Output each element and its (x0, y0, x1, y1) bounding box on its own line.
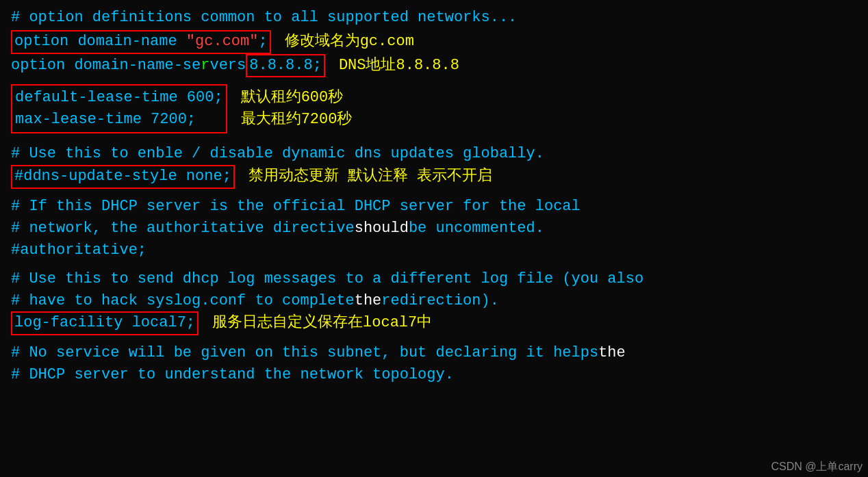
code-authoritative: #authoritative; (11, 240, 146, 261)
code-if-line2: # network, the authoritative directive (11, 218, 355, 240)
code-log-comment2: # have to hack syslog.conf to complete (11, 290, 355, 312)
code-should: should (355, 218, 409, 240)
line-ddns-style: #ddns-update-style none; 禁用动态更新 默认注释 表示不… (11, 165, 857, 189)
annotation-ddns: 禁用动态更新 默认注释 表示不开启 (248, 166, 492, 188)
code-ddns-style: #ddns-update-style none; (14, 168, 231, 185)
line-comment-if1: # If this DHCP server is the official DH… (11, 196, 857, 218)
code-default-lease: default-lease-time 600; (15, 89, 223, 106)
line-domain-name: option domain-name "gc.com"; 修改域名为gc.com (11, 30, 857, 54)
line-log-facility: log-facility local7; 服务日志自定义保存在local7中 (11, 311, 857, 335)
code-ddns-comment: # Use this to enble / disable dynamic dn… (11, 143, 544, 165)
code-log-comment2b: redirection). (381, 290, 499, 312)
line-empty-5 (11, 335, 857, 342)
code-if-line2b: be uncommented. (409, 218, 544, 240)
line-empty-3 (11, 189, 857, 196)
line-comment-subnet2: # DHCP server to understand the network … (11, 364, 857, 386)
keyword-option: option domain-name (14, 33, 186, 50)
semicolon: ; (258, 33, 267, 50)
lease-block: default-lease-time 600; max-lease-time 7… (11, 84, 352, 133)
line-dns-servers: option domain-name-servers 8.8.8.8; DNS地… (11, 54, 857, 78)
code-text: option domain-name "gc.com"; (11, 30, 271, 54)
code-subnet-comment2: # DHCP server to understand the network … (11, 364, 454, 386)
line-empty-1 (11, 77, 857, 84)
code-log-facility: log-facility local7; (14, 314, 195, 331)
code-dns-suffix: vers (209, 55, 246, 77)
code-if-line1: # If this DHCP server is the official DH… (11, 196, 580, 218)
annotation-log: 服务日志自定义保存在local7中 (212, 312, 432, 334)
annotation-domain: 修改域名为gc.com (285, 31, 414, 53)
line-default-lease: default-lease-time 600; max-lease-time 7… (11, 84, 352, 133)
code-dns-prefix: option domain-name-se (11, 55, 201, 77)
code-display: # option definitions common to all suppo… (11, 7, 857, 386)
code-text: # option definitions common to all suppo… (11, 7, 517, 29)
code-log-comment1: # Use this to send dhcp log messages to … (11, 268, 643, 290)
line-authoritative: #authoritative; (11, 240, 857, 261)
annotation-dns: DNS地址8.8.8.8 (339, 55, 459, 77)
line-comment-if2: # network, the authoritative directive s… (11, 218, 857, 240)
code-the: the (355, 290, 382, 312)
annotation-default-lease: 默认租约600秒 最大租约7200秒 (241, 86, 353, 131)
code-max-lease: max-lease-time 7200; (15, 111, 196, 128)
line-empty-2 (11, 133, 857, 143)
cursor-r: r (201, 55, 209, 77)
string-gc-com: "gc.com" (186, 33, 259, 50)
watermark: CSDN @上单carry (771, 459, 863, 474)
line-comment-log1: # Use this to send dhcp log messages to … (11, 268, 857, 290)
line-empty-4 (11, 261, 857, 268)
code-subnet-comment1: # No service will be given on this subne… (11, 342, 598, 364)
code-the2: the (598, 342, 626, 364)
line-comment-1: # option definitions common to all suppo… (11, 7, 857, 29)
line-comment-subnet1: # No service will be given on this subne… (11, 342, 857, 364)
line-comment-ddns: # Use this to enble / disable dynamic dn… (11, 143, 857, 165)
line-comment-log2: # have to hack syslog.conf to complete t… (11, 290, 857, 312)
code-dns-value: 8.8.8.8; (249, 57, 322, 74)
